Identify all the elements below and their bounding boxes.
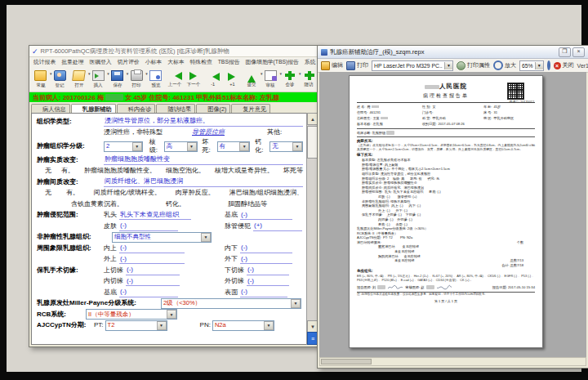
nuclear-grade-select[interactable]: 高▼ <box>164 141 198 152</box>
toolbar-button[interactable]: 下一个 <box>185 68 203 91</box>
print-properties-button[interactable]: 打印属性 <box>457 61 490 70</box>
option-text[interactable]: 胆固醇结晶等 <box>228 200 267 208</box>
toolbar-button[interactable]: 常规 <box>31 68 50 91</box>
toolbar-button[interactable]: 打印 <box>127 68 145 91</box>
rcb-select[interactable]: II（中等量残余）▼ <box>86 309 177 320</box>
print-button[interactable]: 打印 <box>346 61 368 70</box>
toolbar-button[interactable]: 会诊 <box>280 68 299 91</box>
zoom-level-select[interactable]: 65%▼ <box>519 60 544 71</box>
zoom-out-icon[interactable] <box>547 60 550 70</box>
hscroll-thumb[interactable] <box>321 359 372 364</box>
skin-value[interactable]: (-) <box>119 221 178 231</box>
histology-type-value[interactable]: 浸润性导管原位，部分呈粘液腺癌。 <box>104 117 303 127</box>
toolbar-button[interactable]: 打开 <box>69 68 88 91</box>
info-cell: 病 区:甲乳外科病区 <box>483 115 537 121</box>
toolbar-button[interactable]: 保存 <box>108 68 127 91</box>
toolbar-button[interactable]: 插入 <box>88 68 107 91</box>
margin-value[interactable]: (-) <box>119 288 178 297</box>
base-value[interactable]: (-) <box>240 211 292 221</box>
toolbar-icon <box>149 70 162 81</box>
histology-subtype[interactable]: 浸润性癌，非特殊型 <box>104 128 192 136</box>
option-text[interactable]: 肉芽肿反应。 <box>176 189 215 197</box>
miller-payne-label: 乳腺原发灶Miller-Payne分级系统: <box>37 299 161 307</box>
redacted-text <box>386 131 394 135</box>
pn-label: PN: <box>200 321 211 329</box>
left-title-bar[interactable]: ✓ RPT-6000PathQC病理质控与资料管理系统 (医院) [临床诊断]乳… <box>29 46 320 57</box>
preview-title-bar[interactable]: 乳腺癌新辅助治疗_(模)_szqm.repx ❐ × <box>318 46 588 59</box>
option-text[interactable]: 核增大或呈奇异性。 <box>215 167 274 175</box>
necrosis-select[interactable]: 有▼ <box>217 141 251 152</box>
toolbar-button[interactable]: 提交 <box>242 68 261 91</box>
nontumor-select[interactable]: 细胞不典型性▼ <box>112 232 212 243</box>
miller-payne-select[interactable]: 2级（<30%）▼ <box>161 298 301 309</box>
toolbar-button[interactable]: 审核 <box>261 68 280 91</box>
gross-text: （左乳腺）改良根治术标本一个，大小19cm×15cm×4.5cm，皮肤面积16c… <box>357 144 535 151</box>
close-preview-button[interactable]: ×关闭 <box>554 61 574 69</box>
margin-value[interactable]: (-) <box>126 266 180 275</box>
dcis-link[interactable]: 导管原位癌 <box>192 128 267 136</box>
option-text[interactable]: 有。 <box>66 189 79 197</box>
info-cell: 性 别:女 <box>422 104 483 110</box>
left-window-title: RPT-6000PathQC病理质控与资料管理系统 (医院) [临床诊断]乳腺肿… <box>41 47 229 56</box>
quadrant-value[interactable]: (-) <box>240 244 292 253</box>
toolbar-icon <box>170 71 180 80</box>
menu-item[interactable]: 批量处理 <box>61 58 83 66</box>
preview-canvas[interactable]: 病理号: 20170012 人民医院 病理检查报告单 姓 名:梅性 别:女年 龄… <box>319 72 586 358</box>
option-text[interactable]: 坏死等 <box>283 167 303 175</box>
menu-item[interactable]: 系统 <box>305 58 316 66</box>
nipple-value[interactable]: 乳头下未查见癌组织 <box>119 211 191 221</box>
quadrant-value[interactable]: (-) <box>119 244 185 253</box>
toolbar-icon <box>265 70 277 81</box>
stroma-options-2: 含铁血黄素沉着。钙化。胆固醇结晶等 <box>37 199 303 210</box>
preview-horizontal-scrollbar[interactable] <box>319 357 586 366</box>
pn-select[interactable]: N2a▼ <box>212 320 274 331</box>
printer-select[interactable]: HP LaserJet Pro M329 PC...▼ <box>372 60 453 71</box>
menu-item[interactable]: 医嘱登入 <box>89 58 111 66</box>
option-text[interactable]: 钙化。 <box>166 200 185 208</box>
option-text[interactable]: 无 <box>45 189 51 197</box>
menu-item[interactable]: 特殊检查 <box>190 58 212 66</box>
margin-value[interactable]: (-) <box>240 288 287 297</box>
parenchyma-value[interactable]: 肿瘤细胞胞质嗜酸性变 <box>104 155 303 165</box>
toolbar-button[interactable]: +1 <box>223 68 242 91</box>
option-text[interactable]: 无 <box>45 167 51 175</box>
option-text[interactable]: 淋巴细胞/组织细胞浸润、 <box>229 189 303 197</box>
option-text[interactable]: 细胞空泡化。 <box>166 167 205 175</box>
tab-icon <box>200 107 206 113</box>
info-cell: 床 号:31 <box>483 110 537 115</box>
toolbar-button[interactable]: 随访 <box>300 68 318 91</box>
close-button[interactable]: × <box>572 47 585 57</box>
margin-value[interactable]: (-) <box>126 277 180 287</box>
zoom-in-button[interactable]: 放大 <box>493 60 516 70</box>
stroma-value[interactable]: 间质纤维化、淋巴细胞浸润 <box>104 177 303 187</box>
chevron-down-icon: ▼ <box>292 142 302 151</box>
grade-select[interactable]: 2▼ <box>104 141 143 152</box>
restore-button[interactable]: ❐ <box>559 47 571 57</box>
margin-value[interactable]: (-) <box>247 277 289 287</box>
toolbar-button[interactable]: 登记 <box>50 68 69 91</box>
toolbar-button[interactable]: -1 <box>203 68 222 91</box>
print-preview-window: 乳腺癌新辅助治疗_(模)_szqm.repx ❐ × 编辑 打印 HP Lase… <box>317 45 588 369</box>
toolbar-icon <box>246 71 256 80</box>
option-text[interactable]: 含铁血黄素沉着。 <box>71 200 123 208</box>
toolbar-button[interactable]: 预览 <box>146 68 165 91</box>
calcification-select[interactable]: 无▼ <box>270 141 303 152</box>
margin-value[interactable]: (-) <box>247 266 289 275</box>
edit-button[interactable]: 编辑 <box>321 61 343 70</box>
option-text[interactable]: 有。 <box>61 167 74 175</box>
option-text[interactable]: 肿瘤细胞胞质嗜酸性变。 <box>84 167 156 175</box>
menu-item[interactable]: 小标本 <box>145 58 162 66</box>
menu-item[interactable]: TBS报告 <box>218 58 240 66</box>
option-text[interactable]: 间质纤维化/玻璃样变。 <box>94 189 161 197</box>
menu-item[interactable]: 切片评价 <box>118 58 140 66</box>
menu-item[interactable]: 统计报表 <box>33 58 56 66</box>
qr-code <box>507 83 524 100</box>
quadrant-value[interactable]: (-) <box>119 255 185 265</box>
pt-select[interactable]: T2▼ <box>105 320 167 331</box>
quadrant-value[interactable]: (-) <box>240 255 292 265</box>
menu-item[interactable]: 图像细胞学(TBS)报告 <box>246 58 299 66</box>
vascular-value[interactable]: (+) <box>253 221 302 231</box>
menu-item[interactable]: 大标本 <box>167 58 184 66</box>
toolbar-button[interactable]: 上一个 <box>165 68 184 91</box>
printer-icon <box>346 61 355 70</box>
